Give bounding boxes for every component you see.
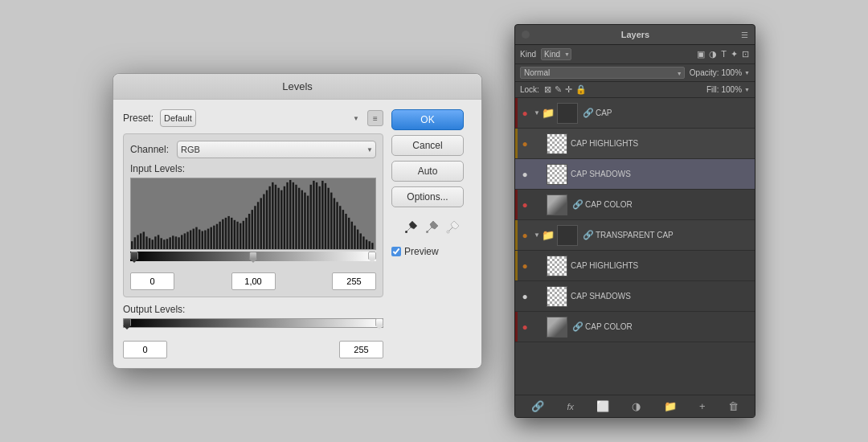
svg-rect-23 <box>195 227 197 249</box>
layer-thumbnail <box>557 225 578 246</box>
input-mid-slider[interactable] <box>249 252 257 266</box>
svg-rect-10 <box>158 235 159 249</box>
toolbar-vector-icon[interactable]: ✦ <box>730 48 739 60</box>
svg-rect-26 <box>204 231 206 249</box>
input-mid-field[interactable]: 1,00 <box>231 272 276 290</box>
layer-name: CAP COLOR <box>585 322 751 331</box>
input-white-slider[interactable] <box>368 252 376 266</box>
eye-icon[interactable]: ● <box>518 198 531 211</box>
svg-rect-42 <box>252 210 253 249</box>
layer-row[interactable]: ● ▼ 📁 🔗 TRANSPARENT CAP <box>515 220 755 251</box>
svg-rect-25 <box>202 231 203 249</box>
layer-name: CAP HIGHLIGHTS <box>571 261 751 270</box>
delete-layer-icon[interactable]: 🗑 <box>725 399 742 414</box>
svg-rect-77 <box>354 226 355 249</box>
svg-rect-13 <box>166 239 168 249</box>
blend-mode-select[interactable]: Normal Multiply Screen <box>520 67 685 79</box>
layer-row[interactable]: ● CAP HIGHLIGHTS <box>515 251 755 281</box>
channel-select[interactable]: RGB Red Green Blue <box>177 141 376 158</box>
svg-rect-41 <box>248 214 250 249</box>
input-white-field[interactable]: 255 <box>332 272 376 290</box>
svg-rect-62 <box>310 185 312 249</box>
cancel-button[interactable]: Cancel <box>391 135 464 156</box>
svg-rect-17 <box>178 237 179 249</box>
layer-thumbnail <box>547 164 567 185</box>
kind-label: Kind <box>520 50 536 59</box>
toolbar-text-icon[interactable]: T <box>720 48 727 60</box>
svg-rect-53 <box>284 186 285 249</box>
output-black-slider[interactable] <box>123 318 131 333</box>
layers-titlebar: Layers ☰ <box>515 25 755 45</box>
opacity-label: Opacity: <box>690 68 719 77</box>
link-layers-icon[interactable]: 🔗 <box>528 399 547 414</box>
svg-rect-11 <box>160 238 162 249</box>
layer-row[interactable]: ● ▼ 📁 🔗 CAP <box>515 98 755 129</box>
layer-row[interactable]: ● CAP HIGHLIGHTS <box>515 129 755 159</box>
lock-all-icon[interactable]: 🔒 <box>575 84 587 95</box>
preview-checkbox[interactable] <box>391 247 401 256</box>
toolbar-smart-icon[interactable]: ⊡ <box>741 48 750 60</box>
kind-select[interactable]: Kind <box>541 48 571 60</box>
new-layer-icon[interactable]: + <box>696 399 709 414</box>
svg-rect-66 <box>321 181 323 249</box>
layer-name: CAP HIGHLIGHTS <box>571 139 751 148</box>
eye-icon[interactable]: ● <box>518 260 531 272</box>
group-expand-icon[interactable]: ▼ <box>534 231 540 239</box>
eye-icon[interactable]: ● <box>518 168 531 181</box>
eyedropper-gray[interactable] <box>423 219 440 236</box>
svg-rect-63 <box>313 181 314 249</box>
toolbar-pixel-icon[interactable]: ▣ <box>696 48 706 60</box>
auto-button[interactable]: Auto <box>391 161 464 182</box>
link-icon: 🔗 <box>572 199 583 210</box>
eye-icon[interactable]: ● <box>518 137 531 150</box>
eye-icon[interactable]: ● <box>518 290 531 303</box>
output-white-slider[interactable] <box>375 318 383 333</box>
eyedropper-black[interactable] <box>402 219 420 236</box>
fx-icon[interactable]: fx <box>563 400 577 413</box>
opacity-value[interactable]: 100% <box>721 68 742 77</box>
new-group-icon[interactable]: 📁 <box>661 399 680 414</box>
svg-rect-48 <box>268 186 270 249</box>
svg-rect-19 <box>184 233 186 249</box>
svg-point-86 <box>447 231 449 233</box>
layer-name: CAP SHADOWS <box>571 292 751 301</box>
group-expand-icon[interactable]: ▼ <box>534 109 540 117</box>
svg-rect-37 <box>236 222 238 249</box>
adjustment-icon[interactable]: ◑ <box>628 399 644 414</box>
options-button[interactable]: Options... <box>391 186 464 207</box>
eye-icon[interactable]: ● <box>518 107 531 120</box>
svg-rect-51 <box>277 188 279 249</box>
eye-icon[interactable]: ● <box>518 321 531 334</box>
svg-rect-38 <box>240 223 241 249</box>
fill-value[interactable]: 100% <box>721 85 742 94</box>
eye-symbol: ● <box>522 291 527 302</box>
layers-close-button[interactable] <box>522 31 530 39</box>
toolbar-icons: ▣ ◑ T ✦ ⊡ <box>696 48 750 60</box>
output-black-field[interactable]: 0 <box>123 341 167 358</box>
output-white-field[interactable]: 255 <box>339 341 383 358</box>
input-black-field[interactable]: 0 <box>130 272 174 290</box>
mask-icon[interactable]: ⬜ <box>593 399 612 414</box>
svg-rect-2 <box>134 237 136 249</box>
layer-row[interactable]: ● 🔗 CAP COLOR <box>515 190 755 220</box>
lock-position-icon[interactable]: ✎ <box>555 84 562 95</box>
preset-select[interactable]: Default <box>160 109 196 127</box>
lock-pixels-icon[interactable]: ⊠ <box>544 84 551 95</box>
layer-row[interactable]: ● 🔗 CAP COLOR <box>515 312 755 342</box>
svg-rect-73 <box>342 210 344 249</box>
layer-thumbnail <box>547 133 567 154</box>
svg-rect-59 <box>301 190 303 249</box>
input-black-slider[interactable] <box>130 252 138 266</box>
layers-toolbar: Kind Kind ▼ ▣ ◑ T ✦ ⊡ <box>515 45 755 64</box>
eyedropper-white[interactable] <box>444 219 461 236</box>
svg-rect-40 <box>245 218 247 249</box>
lock-move-icon[interactable]: ✛ <box>565 84 572 95</box>
layer-row[interactable]: ● CAP SHADOWS <box>515 159 755 190</box>
ok-button[interactable]: OK <box>391 109 464 130</box>
svg-rect-83 <box>371 243 373 249</box>
toolbar-adjust-icon[interactable]: ◑ <box>708 48 718 60</box>
layer-row[interactable]: ● CAP SHADOWS <box>515 281 755 312</box>
eye-icon[interactable]: ● <box>518 229 531 242</box>
layers-menu-icon[interactable]: ☰ <box>741 31 748 39</box>
preset-adjust-icon[interactable]: ≡ <box>367 110 383 126</box>
